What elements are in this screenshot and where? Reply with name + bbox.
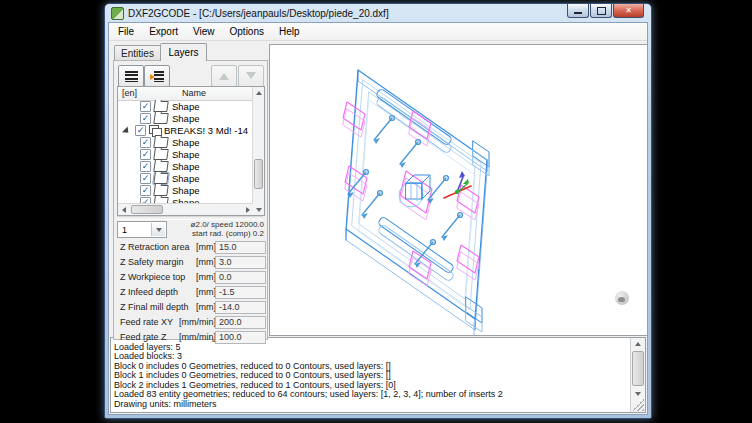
tree-row-shape[interactable]: ✓ Shape xyxy=(118,100,253,112)
tree-row-label: Shape xyxy=(172,161,199,172)
param-label: Z Final mill depth xyxy=(120,302,189,312)
tree-row-shape[interactable]: ✓ Shape xyxy=(118,160,253,172)
tree-row-shape[interactable]: ✓ Shape xyxy=(118,112,253,124)
cad-viewport[interactable] xyxy=(269,44,648,336)
param-row: Z Workpiece top [mm] 0.0 xyxy=(120,271,268,284)
checkbox-checked[interactable]: ✓ xyxy=(140,161,151,172)
checkbox-checked[interactable]: ✓ xyxy=(140,137,151,148)
tree-row-label: Shape xyxy=(172,173,199,184)
indent-list-icon xyxy=(150,71,164,82)
layer-list-icon xyxy=(125,71,138,82)
tree-vertical-scrollbar[interactable] xyxy=(252,87,264,215)
tool-number-select[interactable]: 1 xyxy=(117,221,167,238)
maximize-icon xyxy=(597,7,606,15)
z-safety-margin-field[interactable]: 3.0 xyxy=(215,256,266,269)
tree-horizontal-scrollbar[interactable] xyxy=(118,203,253,215)
menu-view[interactable]: View xyxy=(187,26,221,37)
tree-row-shape[interactable]: ✓ Shape xyxy=(118,136,253,148)
param-unit: [mm/min] xyxy=(179,332,216,342)
z-workpiece-top-field[interactable]: 0.0 xyxy=(215,271,266,284)
tree-column-name: Name xyxy=(182,88,206,98)
origin-axis-icon xyxy=(444,171,471,198)
move-layer-up-button[interactable] xyxy=(211,65,237,87)
scroll-down-button[interactable] xyxy=(631,388,645,399)
feed-rate-z-field[interactable]: 100.0 xyxy=(215,331,266,344)
scrollbar-thumb[interactable] xyxy=(131,205,163,214)
param-label: Z Retraction area xyxy=(120,242,190,252)
rotation-sphere-icon[interactable] xyxy=(615,291,629,305)
param-unit: [mm] xyxy=(196,257,216,267)
tree-row-label: Shape xyxy=(172,185,199,196)
param-row: Z Infeed depth [mm] -1.5 xyxy=(120,286,268,299)
param-label: Z Workpiece top xyxy=(120,272,185,282)
layer-stack-icon xyxy=(149,125,160,135)
tree-row-breaks-layer[interactable]: ✓ BREAKS! 3 Md! -14 xyxy=(118,124,253,136)
param-row: Z Safety margin [mm] 3.0 xyxy=(120,256,268,269)
arrow-down-icon xyxy=(246,72,256,84)
arrow-up-icon xyxy=(219,68,229,80)
param-unit: [mm/min] xyxy=(179,317,216,327)
tree-row-shape[interactable]: ✓ Shape xyxy=(118,184,253,196)
z-infeed-depth-field[interactable]: -1.5 xyxy=(215,286,266,299)
checkbox-checked[interactable]: ✓ xyxy=(140,149,151,160)
maximize-button[interactable] xyxy=(590,4,612,18)
scrollbar-thumb[interactable] xyxy=(254,159,263,189)
close-icon: ✕ xyxy=(625,7,632,15)
checkbox-checked[interactable]: ✓ xyxy=(140,185,151,196)
move-layer-down-button[interactable] xyxy=(238,65,264,87)
param-row: Feed rate XY [mm/min] 200.0 xyxy=(120,316,268,329)
tree-row-shape-focused[interactable]: ✓ Shape xyxy=(118,172,253,184)
collapse-layers-button[interactable] xyxy=(144,65,170,87)
log-line: Drawing units: millimeters xyxy=(114,400,629,410)
dropdown-button[interactable] xyxy=(151,223,165,236)
close-button[interactable]: ✕ xyxy=(613,4,644,18)
message-log[interactable]: Creating contours of shapes Loaded layer… xyxy=(110,337,646,413)
wireframe-drawing xyxy=(270,45,648,335)
tree-rows: ✓ Shape ✓ Shape ✓ xyxy=(118,100,253,204)
menu-options[interactable]: Options xyxy=(224,26,270,37)
menu-help[interactable]: Help xyxy=(273,26,306,37)
tab-entities[interactable]: Entities xyxy=(114,45,161,61)
shape-folder-icon xyxy=(153,173,169,184)
minimize-button[interactable] xyxy=(567,4,589,18)
menu-bar: File Export View Options Help xyxy=(109,23,647,41)
scroll-down-button[interactable] xyxy=(253,204,264,215)
checkbox-checked[interactable]: ✓ xyxy=(135,125,146,136)
checkbox-checked[interactable]: ✓ xyxy=(140,173,151,184)
tree-row-label: BREAKS! 3 Md! -14 xyxy=(164,125,248,136)
checkbox-checked[interactable]: ✓ xyxy=(140,113,151,124)
scroll-up-button[interactable] xyxy=(253,87,264,98)
select-all-layers-button[interactable] xyxy=(118,65,144,87)
scroll-right-button[interactable] xyxy=(242,204,253,215)
checkbox-checked[interactable]: ✓ xyxy=(140,101,151,112)
tree-header: [en] Name xyxy=(118,87,253,101)
shape-folder-icon xyxy=(153,161,169,172)
tree-row-label: Shape xyxy=(172,149,199,160)
layers-tree: [en] Name ✓ Shape ✓ Shape xyxy=(117,86,265,216)
tree-row-shape[interactable]: ✓ Shape xyxy=(118,148,253,160)
tab-layers[interactable]: Layers xyxy=(160,43,207,61)
tree-row-label: Shape xyxy=(172,137,199,148)
desktop-background: DXF2GCODE - [C:/Users/jeanpauls/Desktop/… xyxy=(0,0,752,423)
menu-export[interactable]: Export xyxy=(143,26,184,37)
param-row: Feed rate Z [mm/min] 100.0 xyxy=(120,331,268,344)
log-lines: Creating contours of shapes Loaded layer… xyxy=(114,338,629,412)
window-body: File Export View Options Help Entities L… xyxy=(108,22,648,415)
z-final-mill-depth-field[interactable]: -14.0 xyxy=(215,301,266,314)
shape-folder-icon xyxy=(153,137,169,148)
z-retraction-area-field[interactable]: 15.0 xyxy=(215,241,266,254)
param-label: Z Safety margin xyxy=(120,257,184,267)
feed-rate-xy-field[interactable]: 200.0 xyxy=(215,316,266,329)
scroll-left-button[interactable] xyxy=(118,204,129,215)
log-vertical-scrollbar[interactable] xyxy=(630,338,645,412)
param-row: Z Final mill depth [mm] -14.0 xyxy=(120,301,268,314)
tool-info: ø2.0/ speed 12000.0 start rad. (comp) 0.… xyxy=(164,220,264,238)
param-label: Feed rate Z xyxy=(120,332,167,342)
scrollbar-thumb[interactable] xyxy=(632,351,644,386)
tool-number-value: 1 xyxy=(122,225,127,235)
param-unit: [mm] xyxy=(196,272,216,282)
scroll-up-button[interactable] xyxy=(631,338,645,349)
resize-grip[interactable] xyxy=(632,399,644,411)
menu-file[interactable]: File xyxy=(112,26,140,37)
shape-folder-icon xyxy=(153,101,169,112)
